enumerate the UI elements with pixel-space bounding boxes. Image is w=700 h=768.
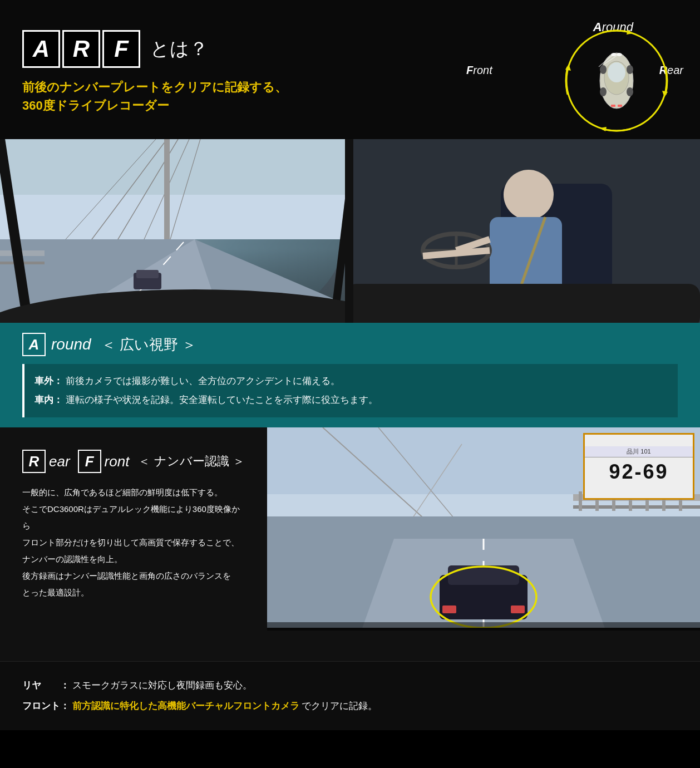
around-desc-outside: 車外： 前後カメラでは撮影が難しい、全方位のアクシデントに備える。: [34, 372, 668, 391]
svg-point-15: [627, 87, 633, 96]
number-body-line4: ナンバーの認識性を向上。: [22, 551, 245, 568]
svg-point-36: [504, 170, 554, 220]
diagram-front-rest: ront: [473, 64, 492, 76]
number-body-line2: そこでDC3600Rはデュアルレック機能により360度映像から: [22, 501, 245, 534]
bottom-line2-highlight: 前方認識に特化した高機能バーチャルフロントカメラ: [72, 701, 299, 711]
svg-point-13: [627, 65, 633, 74]
svg-marker-3: [565, 64, 571, 71]
diagram-container: Around Front Rear: [466, 17, 678, 128]
header-section: A R F とは？ 前後のナンバープレートをクリアに記録する、 360度ドライブ…: [0, 0, 700, 139]
number-rear-text: ear: [49, 453, 70, 470]
around-title-text: round: [51, 336, 91, 353]
svg-point-12: [600, 65, 607, 74]
around-description: 車外： 前後カメラでは撮影が難しい、全方位のアクシデントに備える。 車内： 運転…: [22, 364, 678, 417]
svg-point-7: [608, 62, 625, 82]
number-front-text: ront: [105, 453, 130, 470]
svg-point-14: [600, 87, 607, 96]
plate-header: 品川 101: [585, 446, 693, 457]
panorama-inner: [0, 139, 700, 323]
around-desc-inside-text: 運転の様子や状況を記録。安全運転していたことを示す際に役立ちます。: [66, 395, 378, 405]
header-subtitle: 前後のナンバープレートをクリアに記録する、 360度ドライブレコーダー: [22, 78, 287, 115]
bottom-line1-desc: スモークガラスに対応し夜間録画も安心。: [72, 680, 252, 691]
diagram-f-letter: F: [466, 64, 473, 76]
around-desc-outside-label: 車外：: [34, 376, 63, 386]
logo-box-a: A: [22, 30, 60, 68]
around-desc-inside-label: 車内：: [34, 395, 63, 405]
number-title: R ear F ront ＜ ナンバー認識 ＞: [22, 450, 245, 473]
svg-rect-44: [345, 284, 700, 323]
bottom-section: リヤ ： スモークガラスに対応し夜間録画も安心。 フロント： 前方認識に特化した…: [0, 661, 700, 730]
svg-rect-53: [579, 491, 582, 511]
logo-box-f: F: [102, 30, 140, 68]
around-section: A round ＜ 広い視野 ＞ 車外： 前後カメラでは撮影が難しい、全方位のア…: [0, 323, 700, 427]
number-r-box: R: [22, 450, 46, 473]
number-body-line5: 後方録画はナンバー認識性能と画角の広さのバランスを: [22, 568, 245, 584]
panorama-section: [0, 139, 700, 323]
camera-plate-inset: 品川 101 92-69: [583, 433, 694, 500]
bottom-line2-desc: でクリアに記録。: [302, 701, 377, 711]
header-left: A R F とは？ 前後のナンバープレートをクリアに記録する、 360度ドライブ…: [22, 30, 287, 115]
bottom-line2-label: フロント：: [22, 701, 70, 711]
number-left: R ear F ront ＜ ナンバー認識 ＞ 一般的に、広角であるほど細部の鮮…: [0, 427, 267, 661]
camera-view: 品川 101 92-69: [267, 427, 700, 661]
diagram-front-label: Front: [466, 64, 492, 77]
number-right: 品川 101 92-69: [267, 427, 700, 661]
logo-text-toha: とは？: [150, 36, 208, 62]
svg-rect-17: [0, 139, 390, 195]
subtitle-line1: 前後のナンバープレートをクリアに記録する、: [22, 78, 287, 96]
around-title: A round ＜ 広い視野 ＞: [22, 333, 678, 356]
svg-rect-45: [345, 139, 353, 323]
svg-rect-66: [511, 605, 525, 613]
bottom-line2: フロント： 前方認識に特化した高機能バーチャルフロントカメラ でクリアに記録。: [22, 696, 678, 716]
number-body: 一般的に、広角であるほど細部の鮮明度は低下する。 そこでDC3600Rはデュアル…: [22, 484, 245, 601]
plate-number: 92-69: [604, 457, 673, 486]
svg-rect-69: [267, 622, 700, 631]
svg-rect-68: [267, 628, 700, 661]
svg-rect-30: [136, 270, 159, 278]
svg-marker-4: [662, 91, 668, 97]
car-diagram-svg: [555, 22, 678, 134]
around-desc-outside-text: 前後カメラでは撮影が難しい、全方位のアクシデントに備える。: [66, 376, 340, 386]
subtitle-line2: 360度ドライブレコーダー: [22, 96, 287, 115]
number-bracket-label: ＜ ナンバー認識 ＞: [138, 453, 244, 470]
number-f-box: F: [78, 450, 101, 473]
number-section: R ear F ront ＜ ナンバー認識 ＞ 一般的に、広角であるほど細部の鮮…: [0, 427, 700, 661]
svg-rect-11: [618, 105, 622, 107]
svg-rect-64: [448, 565, 519, 585]
svg-rect-23: [164, 139, 170, 250]
logo-box-r: R: [62, 30, 100, 68]
around-italic-rest: round: [51, 336, 91, 353]
bottom-line1: リヤ ： スモークガラスに対応し夜間録画も安心。: [22, 675, 678, 696]
number-body-line6: とった最適設計。: [22, 584, 245, 601]
panorama-svg: [0, 139, 700, 323]
bottom-line1-label: リヤ ：: [22, 680, 70, 691]
svg-rect-10: [611, 105, 615, 107]
around-letter-box: A: [22, 333, 46, 356]
logo-title: A R F とは？: [22, 30, 287, 68]
number-body-line1: 一般的に、広角であるほど細部の鮮明度は低下する。: [22, 484, 245, 501]
number-body-line3: フロント部分だけを切り出して高画質で保存することで、: [22, 534, 245, 551]
around-bracket-label: ＜ 広い視野 ＞: [101, 335, 196, 355]
around-desc-inside: 車内： 運転の様子や状況を記録。安全運転していたことを示す際に役立ちます。: [34, 391, 668, 410]
svg-rect-65: [442, 605, 456, 613]
